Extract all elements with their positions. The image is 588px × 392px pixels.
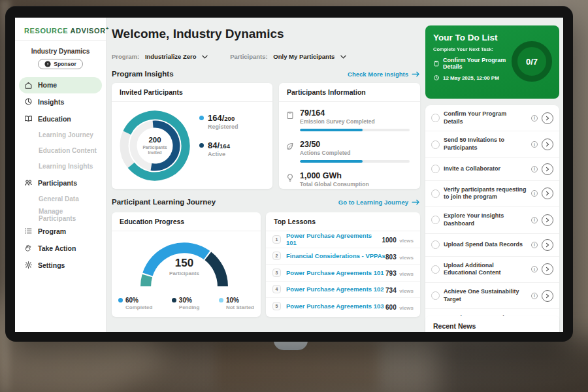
sidebar-item-settings[interactable]: Settings xyxy=(15,257,106,274)
stat-label: Emission Survey Completed xyxy=(300,118,410,125)
stat-text: 23/50Actions Completed xyxy=(300,140,410,163)
sponsor-badge-wrap: Sponsor xyxy=(15,59,106,69)
task-label: Confirm Your Program Details xyxy=(444,110,527,125)
info-icon[interactable]: i xyxy=(531,115,538,122)
org-name: Industry Dynamics xyxy=(15,48,106,55)
lesson-rank-badge: 1 xyxy=(272,235,281,244)
lesson-row: 4Power Purchase Agreements 102734 views xyxy=(266,282,420,299)
sidebar-item-participants[interactable]: Participants xyxy=(15,174,106,191)
gauge-center: 150 Participants xyxy=(135,257,233,276)
lesson-rank-badge: 5 xyxy=(272,302,281,310)
stat-label: Total Global Consumption xyxy=(300,181,369,188)
task-open-button[interactable] xyxy=(542,214,553,226)
info-icon[interactable]: i xyxy=(531,190,538,197)
program-filter[interactable]: Program: Industrialize Zero xyxy=(112,53,208,60)
task-label: Invite a Collaborator xyxy=(444,165,500,173)
arrow-right-icon xyxy=(412,71,420,77)
task-checkbox[interactable] xyxy=(431,165,440,173)
task-checkbox[interactable] xyxy=(431,189,440,198)
info-icon[interactable]: i xyxy=(531,141,538,148)
gauge-legend-pending: 30%Pending xyxy=(172,297,200,310)
lesson-views: 734 views xyxy=(385,284,414,295)
sidebar-item-learning-journey[interactable]: Learning Journey xyxy=(15,127,106,143)
task-open-button[interactable] xyxy=(542,163,553,175)
task-open-button[interactable] xyxy=(542,139,553,150)
legend-line: 84/164 xyxy=(199,140,238,150)
lesson-link[interactable]: Power Purchase Agreements 101 xyxy=(286,232,382,246)
sidebar-item-education[interactable]: Education xyxy=(15,110,106,127)
sidebar-item-learning-insights[interactable]: Learning Insights xyxy=(15,159,106,174)
task-checkbox[interactable] xyxy=(431,140,440,149)
task-row-verify-participants-requesting-to-join-the-program: Verify participants requesting to join t… xyxy=(425,181,559,207)
task-checkbox[interactable] xyxy=(431,216,440,224)
sidebar-item-education-content[interactable]: Education Content xyxy=(15,143,106,159)
stat-progress-fill xyxy=(300,160,363,163)
stat-emission-survey-completed: 79/164Emission Survey Completed xyxy=(286,108,412,131)
stat-text: 1,000 GWhTotal Global Consumption xyxy=(300,171,369,188)
program-filter-value: Industrialize Zero xyxy=(145,53,197,60)
sidebar-item-take-action[interactable]: Take Action xyxy=(15,240,106,257)
stat-total-global-consumption: 1,000 GWhTotal Global Consumption xyxy=(286,171,412,188)
lesson-link[interactable]: Financial Considerations - VPPAs xyxy=(286,252,385,259)
task-checkbox[interactable] xyxy=(431,114,440,122)
sponsor-icon xyxy=(44,61,51,67)
sidebar-item-label: Home xyxy=(38,81,57,89)
task-actions: i xyxy=(531,239,553,251)
todo-due-label: 12 May 2025, 12:00 PM xyxy=(443,75,499,81)
task-open-button[interactable] xyxy=(542,263,553,275)
task-label: Explore Your Insights Dashboard xyxy=(444,212,527,227)
legend-item-registered: 164/200Registered xyxy=(199,113,238,130)
lesson-rank-badge: 4 xyxy=(272,285,281,293)
task-actions: i xyxy=(531,112,553,124)
task-checkbox[interactable] xyxy=(431,265,440,274)
sidebar-item-label: Program xyxy=(38,227,66,235)
legend-dot xyxy=(219,298,223,302)
todo-summary-card: Your To Do List Complete Your Next Task:… xyxy=(425,25,559,99)
sidebar-item-insights[interactable]: Insights xyxy=(15,93,106,110)
take-action-icon xyxy=(24,244,33,252)
sidebar-item-program[interactable]: Program xyxy=(15,223,106,240)
task-label: Send 50 Invitations to Participants xyxy=(444,137,527,152)
task-open-button[interactable] xyxy=(542,112,553,124)
info-icon[interactable]: i xyxy=(531,242,538,248)
task-row-explore-your-insights-dashboard: Explore Your Insights Dashboardi xyxy=(425,207,559,233)
info-icon[interactable]: i xyxy=(531,166,538,172)
sidebar-item-manage-participants[interactable]: Manage Participants xyxy=(15,207,106,223)
legend-dot xyxy=(199,116,204,120)
legend-item-active: 84/164Active xyxy=(199,140,238,157)
learning-journey-title: Participant Learning Journey xyxy=(112,198,216,206)
lesson-link[interactable]: Power Purchase Agreements 101 xyxy=(286,269,384,276)
stat-label: Actions Completed xyxy=(300,150,410,156)
info-icon[interactable]: i xyxy=(531,266,538,272)
info-icon[interactable]: i xyxy=(531,293,538,299)
top-lessons-title: Top Lessons xyxy=(266,212,420,231)
gauge-legend-line: 10% xyxy=(219,297,254,304)
lesson-rank-badge: 3 xyxy=(272,269,281,277)
logo-part1: RESOURCE xyxy=(24,27,68,35)
legend-value: 164/200 xyxy=(208,113,235,123)
sidebar-item-label: Take Action xyxy=(38,244,76,252)
lesson-row: 2Financial Considerations - VPPAs803 vie… xyxy=(266,248,420,265)
stat-value: 79/164 xyxy=(300,108,410,118)
todo-progress-ring: 0/7 xyxy=(512,41,552,82)
sidebar-item-home[interactable]: Home xyxy=(19,77,102,93)
sponsor-badge[interactable]: Sponsor xyxy=(38,59,82,69)
todo-tasks-card: Confirm Your Program DetailsiSend 50 Inv… xyxy=(425,105,559,332)
info-icon[interactable]: i xyxy=(531,217,538,223)
task-open-button[interactable] xyxy=(542,239,553,251)
lesson-views: 793 views xyxy=(385,267,414,278)
sidebar-item-general-data[interactable]: General Data xyxy=(15,191,106,207)
lesson-link[interactable]: Power Purchase Agreements 102 xyxy=(286,286,384,293)
task-open-button[interactable] xyxy=(542,188,553,199)
task-checkbox[interactable] xyxy=(431,291,440,300)
check-more-insights-link[interactable]: Check More Insights xyxy=(348,71,420,78)
task-row-send-50-invitations-to-participants: Send 50 Invitations to Participantsi xyxy=(425,131,559,157)
lesson-link[interactable]: Power Purchase Agreements 103 xyxy=(286,302,384,310)
learning-journey-header: Participant Learning Journey Go to Learn… xyxy=(112,198,420,206)
gauge-legend-label: Not Started xyxy=(226,304,254,310)
go-to-learning-journey-link[interactable]: Go to Learning Journey xyxy=(338,199,420,206)
task-checkbox[interactable] xyxy=(431,240,440,249)
task-open-button[interactable] xyxy=(542,290,553,302)
participants-filter[interactable]: Participants: Only My Participants xyxy=(230,53,346,60)
task-actions: i xyxy=(531,214,553,226)
